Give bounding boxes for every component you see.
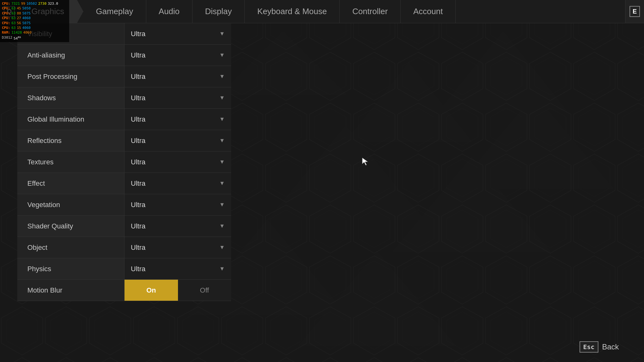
setting-value-effect: Ultra xyxy=(131,179,145,188)
setting-control-motion-blur: On Off xyxy=(124,280,231,301)
e-key-icon: E xyxy=(630,6,640,17)
setting-row-motion-blur: Motion Blur On Off xyxy=(17,280,231,301)
setting-control-post-processing[interactable]: Ultra ▼ xyxy=(124,66,231,87)
nav-label-keyboard-mouse: Keyboard & Mouse xyxy=(257,7,327,16)
setting-value-anti-aliasing: Ultra xyxy=(131,51,145,59)
setting-control-shader-quality[interactable]: Ultra ▼ xyxy=(124,216,231,237)
dropdown-arrow-reflections: ▼ xyxy=(219,137,225,144)
setting-label-shadows: Shadows xyxy=(17,94,124,102)
setting-label-object: Object xyxy=(17,244,124,252)
hud-overlay: CPU:732199105022730323.0 CPU:63455050 CP… xyxy=(0,0,69,42)
nav-label-account: Account xyxy=(413,7,443,16)
dropdown-arrow-anti-aliasing: ▼ xyxy=(219,52,225,58)
setting-label-vegetation: Vegetation xyxy=(17,201,124,209)
setting-label-anti-aliasing: Anti-aliasing xyxy=(17,51,124,59)
nav-right-icon[interactable]: E xyxy=(625,0,644,23)
settings-scroll[interactable]: Visibility Ultra ▼ Anti-aliasing Ultra ▼… xyxy=(17,23,231,343)
setting-label-effect: Effect xyxy=(17,179,124,188)
setting-row-physics: Physics Ultra ▼ xyxy=(17,258,231,280)
setting-row-post-processing: Post Processing Ultra ▼ xyxy=(17,66,231,87)
nav-item-display[interactable]: Display xyxy=(192,0,245,23)
esc-key-icon: Esc xyxy=(580,341,598,353)
dropdown-arrow-physics: ▼ xyxy=(219,266,225,272)
setting-value-post-processing: Ultra xyxy=(131,73,145,81)
setting-value-reflections: Ultra xyxy=(131,137,145,145)
nav-label-display: Display xyxy=(205,7,232,16)
dropdown-arrow-shadows: ▼ xyxy=(219,95,225,101)
settings-panel: Visibility Ultra ▼ Anti-aliasing Ultra ▼… xyxy=(17,23,231,343)
setting-row-shadows: Shadows Ultra ▼ xyxy=(17,87,231,109)
setting-label-textures: Textures xyxy=(17,158,124,166)
setting-row-global-illumination: Global Illumination Ultra ▼ xyxy=(17,109,231,130)
nav-item-gameplay[interactable]: Gameplay xyxy=(83,0,146,23)
nav-item-account[interactable]: Account xyxy=(401,0,456,23)
setting-label-global-illumination: Global Illumination xyxy=(17,115,124,123)
setting-label-motion-blur: Motion Blur xyxy=(17,286,124,294)
setting-control-reflections[interactable]: Ultra ▼ xyxy=(124,130,231,151)
setting-control-shadows[interactable]: Ultra ▼ xyxy=(124,87,231,108)
setting-value-shadows: Ultra xyxy=(131,94,145,102)
setting-control-anti-aliasing[interactable]: Ultra ▼ xyxy=(124,45,231,66)
setting-value-physics: Ultra xyxy=(131,265,145,273)
setting-row-anti-aliasing: Anti-aliasing Ultra ▼ xyxy=(17,45,231,66)
nav-bar: Q Graphics Gameplay Audio Display Keyboa… xyxy=(0,0,644,23)
setting-label-shader-quality: Shader Quality xyxy=(17,222,124,230)
setting-control-object[interactable]: Ultra ▼ xyxy=(124,237,231,258)
setting-value-object: Ultra xyxy=(131,244,145,252)
setting-label-reflections: Reflections xyxy=(17,137,124,145)
nav-label-controller: Controller xyxy=(352,7,388,16)
setting-control-vegetation[interactable]: Ultra ▼ xyxy=(124,194,231,215)
setting-value-vegetation: Ultra xyxy=(131,201,145,209)
nav-item-keyboard-mouse[interactable]: Keyboard & Mouse xyxy=(245,0,340,23)
dropdown-arrow-visibility: ▼ xyxy=(219,30,225,37)
back-button[interactable]: Esc Back xyxy=(580,341,619,353)
setting-row-object: Object Ultra ▼ xyxy=(17,237,231,258)
nav-label-audio: Audio xyxy=(159,7,180,16)
motion-blur-off-button[interactable]: Off xyxy=(178,280,231,301)
dropdown-arrow-object: ▼ xyxy=(219,244,225,251)
setting-control-textures[interactable]: Ultra ▼ xyxy=(124,151,231,173)
setting-row-textures: Textures Ultra ▼ xyxy=(17,151,231,173)
dropdown-arrow-global-illumination: ▼ xyxy=(219,116,225,123)
nav-item-controller[interactable]: Controller xyxy=(340,0,401,23)
setting-control-effect[interactable]: Ultra ▼ xyxy=(124,173,231,194)
dropdown-arrow-effect: ▼ xyxy=(219,180,225,187)
setting-value-textures: Ultra xyxy=(131,158,145,166)
nav-label-gameplay: Gameplay xyxy=(96,7,133,16)
setting-row-shader-quality: Shader Quality Ultra ▼ xyxy=(17,216,231,237)
setting-row-effect: Effect Ultra ▼ xyxy=(17,173,231,194)
dropdown-arrow-shader-quality: ▼ xyxy=(219,223,225,229)
setting-label-physics: Physics xyxy=(17,265,124,273)
motion-blur-on-button[interactable]: On xyxy=(125,280,178,301)
setting-label-post-processing: Post Processing xyxy=(17,73,124,81)
nav-item-audio[interactable]: Audio xyxy=(146,0,193,23)
setting-value-global-illumination: Ultra xyxy=(131,115,145,123)
setting-value-shader-quality: Ultra xyxy=(131,222,145,230)
setting-control-global-illumination[interactable]: Ultra ▼ xyxy=(124,109,231,130)
setting-control-visibility[interactable]: Ultra ▼ xyxy=(124,23,231,44)
back-label: Back xyxy=(602,343,619,351)
setting-value-visibility: Ultra xyxy=(131,30,145,38)
dropdown-arrow-post-processing: ▼ xyxy=(219,73,225,80)
setting-row-reflections: Reflections Ultra ▼ xyxy=(17,130,231,151)
setting-row-vegetation: Vegetation Ultra ▼ xyxy=(17,194,231,216)
setting-control-physics[interactable]: Ultra ▼ xyxy=(124,258,231,279)
dropdown-arrow-textures: ▼ xyxy=(219,159,225,165)
dropdown-arrow-vegetation: ▼ xyxy=(219,201,225,208)
